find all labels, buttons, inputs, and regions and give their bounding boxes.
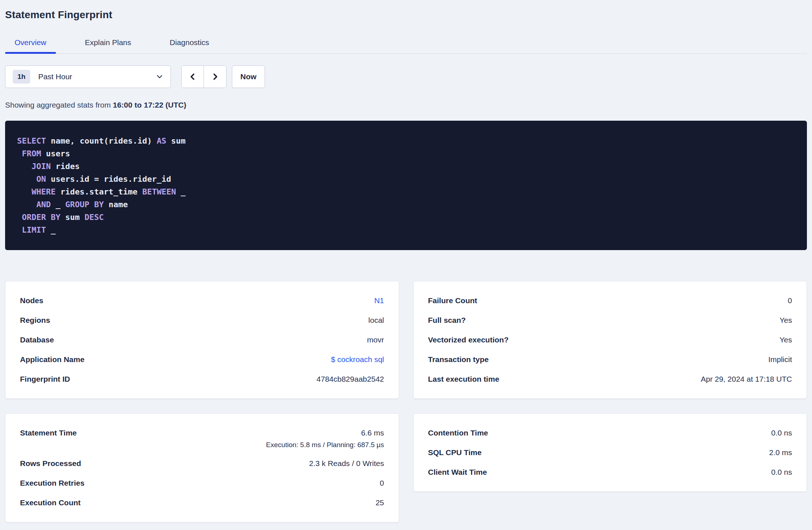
stat-row: Execution Retries0 [20,473,384,493]
stat-value: Yes [780,334,792,346]
time-interval-dropdown[interactable]: 1h Past Hour [5,65,171,88]
stat-value: 0.0 ns [771,466,792,478]
stat-value: 25 [375,497,384,509]
stat-row: Execution Count25 [20,493,384,513]
time-toolbar: 1h Past Hour [5,65,807,88]
prev-time-button[interactable] [182,66,204,88]
sql-line: ON users.id = rides.rider_id [17,173,795,185]
stat-row: Last execution timeApr 29, 2024 at 17:18… [428,369,792,389]
stat-row: Client Wait Time0.0 ns [428,462,792,482]
chevron-right-icon [211,72,220,81]
statement-times-card: Statement Time6.6 msExecution: 5.8 ms / … [5,413,399,522]
statement-fingerprint-page: Statement Fingerprint OverviewExplain Pl… [0,0,812,522]
sql-line: FROM users [17,147,795,160]
stat-value-link[interactable]: N1 [374,296,384,305]
sql-line: WHERE rides.start_time BETWEEN _ [17,185,795,198]
interval-badge: 1h [13,70,30,84]
stat-row: Rows Processed2.3 k Reads / 0 Writes [20,454,384,473]
stat-row: Vectorized execution?Yes [428,330,792,350]
stat-row: Transaction typeImplicit [428,350,792,369]
stat-label: Execution Count [20,497,81,509]
stat-row: Contention Time0.0 ns [428,423,792,443]
stat-label: Nodes [20,294,43,307]
stat-label: Regions [20,314,50,326]
stat-value-link[interactable]: $ cockroach sql [331,355,384,364]
tab-diagnostics[interactable]: Diagnostics [160,36,219,53]
stat-label: Failure Count [428,294,477,307]
stat-value: local [368,314,384,326]
stat-value: movr [367,334,384,346]
stat-label: Fingerprint ID [20,373,70,385]
stat-label: Rows Processed [20,457,81,470]
now-button[interactable]: Now [232,65,265,88]
time-range-text: 16:00 to 17:22 (UTC) [113,101,186,109]
chevron-left-icon [188,72,197,81]
tab-overview[interactable]: Overview [5,36,56,53]
wait-times-card: Contention Time0.0 nsSQL CPU Time2.0 msC… [413,413,807,492]
stat-value: Apr 29, 2024 at 17:18 UTC [701,373,792,385]
stat-value: 0 [380,477,384,489]
stat-subvalue: Execution: 5.8 ms / Planning: 687.5 µs [266,440,384,450]
aggregated-stats-note: Showing aggregated stats from 16:00 to 1… [5,100,807,110]
chevron-down-icon [156,73,163,80]
stat-label: Transaction type [428,353,489,366]
stat-label: Vectorized execution? [428,334,509,346]
stat-row: Fingerprint ID4784cb829aab2542 [20,369,384,389]
stat-row: Full scan?Yes [428,310,792,330]
stat-row: Statement Time6.6 msExecution: 5.8 ms / … [20,423,384,454]
stat-value: Yes [780,314,792,326]
stat-label: SQL CPU Time [428,446,482,459]
stat-value: Implicit [768,353,792,366]
aggregated-stats-prefix: Showing aggregated stats from [5,101,113,109]
page-title: Statement Fingerprint [5,9,807,21]
statement-attributes-card: NodesN1RegionslocalDatabasemovrApplicati… [5,281,399,399]
stat-value: 2.0 ms [769,446,792,459]
tab-bar: OverviewExplain PlansDiagnostics [5,36,807,54]
stat-label: Full scan? [428,314,466,326]
sql-line: JOIN rides [17,160,795,173]
stat-row: NodesN1 [20,291,384,310]
interval-label: Past Hour [38,72,72,81]
stat-value: 0.0 ns [771,427,792,439]
sql-statement-box: SELECT name, count(rides.id) AS sum FROM… [5,121,807,250]
sql-line: SELECT name, count(rides.id) AS sum [17,134,795,147]
stat-label: Contention Time [428,427,488,439]
stat-label: Statement Time [20,427,77,439]
stat-label: Application Name [20,353,84,366]
stat-row: Application Name$ cockroach sql [20,350,384,369]
stat-label: Client Wait Time [428,466,487,478]
sql-line: ORDER BY sum DESC [17,211,795,224]
next-time-button[interactable] [204,66,226,88]
stat-row: Databasemovr [20,330,384,350]
stat-value: 0 [788,294,792,307]
stat-label: Execution Retries [20,477,84,489]
stat-value: 4784cb829aab2542 [317,373,384,385]
stat-row: Failure Count0 [428,291,792,310]
sql-line: AND _ GROUP BY name [17,198,795,211]
stat-label: Database [20,334,54,346]
stat-row: SQL CPU Time2.0 ms [428,443,792,462]
stat-label: Last execution time [428,373,499,385]
execution-attributes-card: Failure Count0Full scan?YesVectorized ex… [413,281,807,399]
stats-cards-grid: NodesN1RegionslocalDatabasemovrApplicati… [5,281,807,522]
stat-value: 6.6 ms [266,427,384,439]
stat-value: 2.3 k Reads / 0 Writes [309,457,384,470]
time-nav-group [181,65,226,88]
tab-explain-plans[interactable]: Explain Plans [76,36,141,53]
stat-row: Regionslocal [20,310,384,330]
sql-line: LIMIT _ [17,224,795,236]
